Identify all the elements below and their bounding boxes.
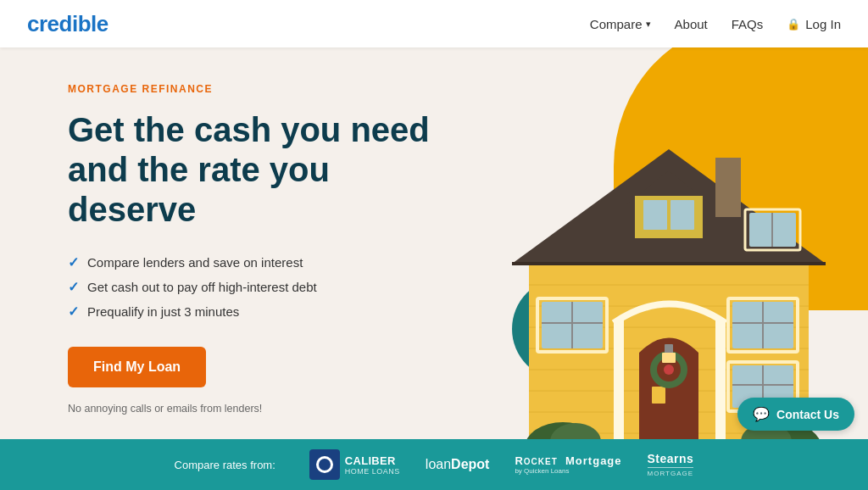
bottom-bar: Compare rates from: CALIBER HOME LOANS l… — [0, 439, 868, 490]
checklist: ✓ Compare lenders and save on interest ✓… — [68, 254, 451, 320]
nav-login[interactable]: 🔒 Log In — [787, 17, 841, 31]
check-item-1: ✓ Compare lenders and save on interest — [68, 254, 451, 270]
lock-icon: 🔒 — [787, 18, 800, 31]
nav-about[interactable]: About — [675, 17, 708, 31]
svg-rect-20 — [662, 353, 676, 363]
caliber-sub: HOME LOANS — [345, 467, 400, 476]
headline: Get the cash you need and the rate you d… — [68, 110, 451, 231]
nav-links: Compare About FAQs 🔒 Log In — [590, 17, 841, 31]
hero-left: MORTGAGE REFINANCE Get the cash you need… — [0, 47, 492, 439]
hero-right — [461, 47, 868, 439]
stearns-logo: Stearns MORTGAGE — [648, 452, 694, 477]
rocket-logo: ROCKET Mortgage by Quicken Loans — [515, 454, 621, 475]
check-item-3: ✓ Prequalify in just 3 minutes — [68, 303, 451, 320]
lender-logos: CALIBER HOME LOANS loanDepot ROCKET Mort… — [309, 449, 694, 480]
navigation: credible Compare About FAQs 🔒 Log In — [0, 0, 868, 47]
find-my-loan-button[interactable]: Find My Loan — [68, 347, 206, 387]
loandepot-logo: loanDepot — [426, 457, 490, 472]
compare-rates-label: Compare rates from: — [175, 459, 275, 471]
svg-point-18 — [664, 365, 674, 375]
logo: credible — [27, 11, 108, 37]
contact-us-button[interactable]: 💬 Contact Us — [737, 398, 854, 431]
svg-rect-7 — [715, 158, 741, 217]
caliber-name: CALIBER — [345, 454, 400, 467]
check-icon-1: ✓ — [68, 254, 79, 270]
house-illustration — [478, 64, 868, 439]
check-item-2: ✓ Get cash out to pay off high-interest … — [68, 279, 451, 295]
svg-rect-6 — [670, 200, 694, 230]
eyebrow: MORTGAGE REFINANCE — [68, 83, 451, 95]
nav-faqs[interactable]: FAQs — [732, 17, 764, 31]
stearns-name: Stearns — [648, 452, 694, 468]
check-icon-3: ✓ — [68, 303, 79, 320]
stearns-sub: MORTGAGE — [648, 470, 694, 477]
nav-compare[interactable]: Compare — [590, 17, 651, 31]
caliber-icon — [309, 449, 340, 480]
disclaimer: No annoying calls or emails from lenders… — [68, 403, 451, 415]
caliber-logo: CALIBER HOME LOANS — [309, 449, 400, 480]
svg-rect-23 — [614, 319, 624, 439]
svg-rect-24 — [715, 319, 726, 439]
svg-rect-5 — [643, 200, 667, 230]
svg-rect-16 — [652, 387, 665, 404]
check-icon-2: ✓ — [68, 279, 79, 295]
chat-icon: 💬 — [753, 406, 770, 422]
main-content: MORTGAGE REFINANCE Get the cash you need… — [0, 47, 868, 439]
